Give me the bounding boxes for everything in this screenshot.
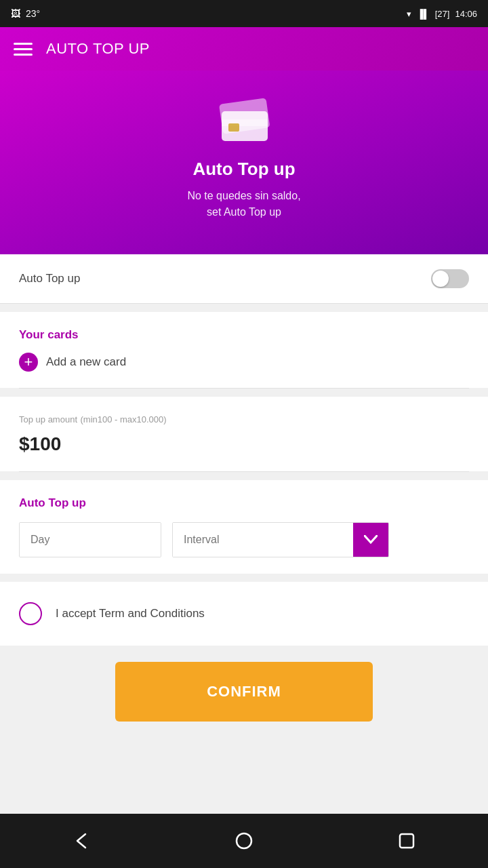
amount-value: $100 [19,433,469,455]
terms-label: I accept Term and Conditions [56,607,205,620]
schedule-title: Auto Top up [19,496,469,510]
back-nav-icon[interactable] [70,830,92,852]
day-dropdown-wrapper [19,522,161,557]
card-icon [214,98,274,145]
status-bar: 🖼 23° ▾ ▐▌ [27] 14:06 [0,0,488,27]
hero-banner: Auto Top up No te quedes sin saldo,set A… [0,71,488,254]
add-card-icon: + [19,353,38,372]
home-nav-icon[interactable] [233,830,255,852]
bottom-nav [0,814,488,868]
interval-dropdown-button[interactable] [353,523,388,557]
header: AUTO TOP UP [0,27,488,71]
amount-label: Top up amount (min100 - max10.000) [19,413,469,425]
cards-section: Your cards + Add a new card [0,312,488,388]
dropdowns-row [19,522,469,557]
cards-title: Your cards [19,328,469,342]
auto-topup-label: Auto Top up [19,272,80,285]
chevron-down-icon-2 [364,535,378,545]
divider-2 [19,471,469,472]
divider-1 [19,388,469,389]
status-right: ▾ ▐▌ [27] 14:06 [407,9,477,19]
interval-input[interactable] [173,523,353,557]
wifi-icon: ▾ [407,9,411,19]
hamburger-menu[interactable] [14,43,33,56]
header-title: AUTO TOP UP [46,40,150,58]
terms-radio[interactable] [19,602,42,625]
time: 14:06 [455,9,477,19]
svg-rect-5 [400,834,413,848]
day-input[interactable] [20,523,161,557]
svg-rect-3 [228,123,239,132]
content-area: Auto Top up Your cards + Add a new card … [0,254,488,814]
amount-range: (min100 - max10.000) [80,414,166,425]
amount-section: Top up amount (min100 - max10.000) $100 [0,397,488,471]
confirm-section: CONFIRM [0,646,488,738]
temperature: 23° [26,8,40,19]
hero-title: Auto Top up [192,159,295,180]
status-left: 🖼 23° [11,8,40,19]
auto-topup-toggle[interactable] [431,269,469,288]
gallery-icon: 🖼 [11,8,20,19]
signal-icon: ▐▌ [417,9,429,19]
interval-dropdown-wrapper [172,522,389,557]
recents-nav-icon[interactable] [396,830,418,852]
svg-point-4 [237,833,251,848]
terms-row[interactable]: I accept Term and Conditions [0,582,488,646]
battery-level: [27] [435,9,450,19]
hero-subtitle: No te quedes sin saldo,set Auto Top up [187,188,300,220]
confirm-button[interactable]: CONFIRM [115,662,373,722]
schedule-section: Auto Top up [0,480,488,574]
toggle-thumb [432,271,449,287]
add-card-row[interactable]: + Add a new card [19,353,469,372]
add-card-label: Add a new card [46,355,126,369]
auto-topup-toggle-row: Auto Top up [0,254,488,304]
